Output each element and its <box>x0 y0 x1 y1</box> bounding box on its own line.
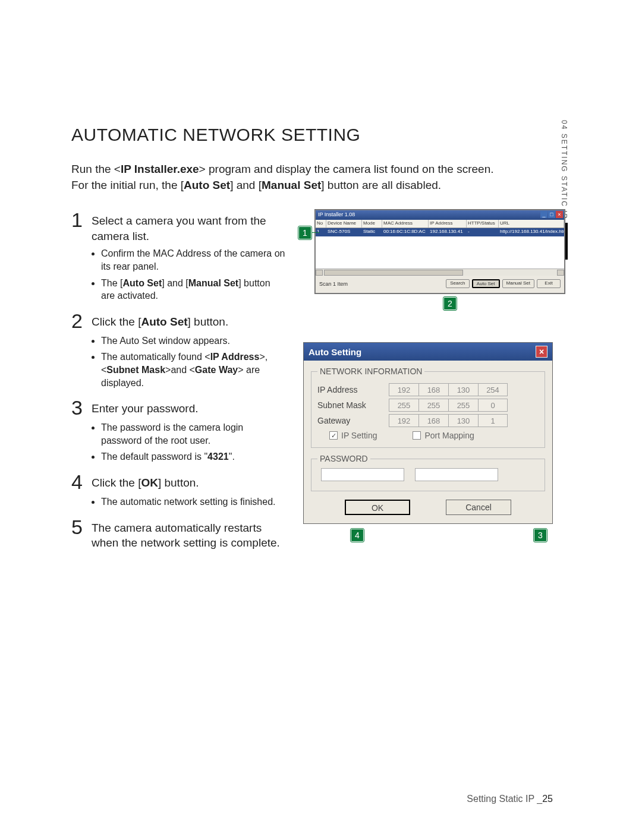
scroll-left-icon[interactable] <box>316 270 323 276</box>
network-info-group: NETWORK INFORMATION IP Address 192 168 1… <box>311 367 545 448</box>
step4-bullet1: The automatic network setting is finishe… <box>101 495 285 509</box>
ok-button[interactable]: OK <box>345 500 410 515</box>
password-group: PASSWORD <box>311 454 545 491</box>
steps-column: 1 Select a camera you want from the came… <box>71 210 285 554</box>
callout-1: 1 <box>298 226 311 239</box>
checkbox-unchecked-icon[interactable] <box>413 431 421 440</box>
scroll-right-icon[interactable] <box>557 270 564 276</box>
step-3: 3 Enter your password. <box>71 397 285 418</box>
port-mapping-checkbox[interactable]: Port Mapping <box>413 431 474 440</box>
screenshot-auto-setting: Auto Setting × NETWORK INFORMATION IP Ad… <box>303 342 553 524</box>
gateway-field[interactable]: 192 168 130 1 <box>389 414 539 427</box>
callout-4: 4 <box>351 529 364 542</box>
exit-button[interactable]: Exit <box>537 279 561 288</box>
step-5: 5 The camera automatically restarts when… <box>71 517 285 551</box>
ip-setting-checkbox[interactable]: ✓ IP Setting <box>329 431 377 440</box>
callout-2: 2 <box>443 297 457 310</box>
list-header: No Device Name Mode MAC Address IP Addre… <box>316 220 564 228</box>
step-2: 2 Click the [Auto Set] button. <box>71 311 285 331</box>
close-icon[interactable]: × <box>536 346 547 358</box>
step3-bullet2: The default password is "4321". <box>101 450 285 463</box>
maximize-icon[interactable]: □ <box>548 211 555 218</box>
intro-text: Run the <IP Installer.exe> program and d… <box>71 162 571 193</box>
chapter-num: 04 <box>560 120 568 130</box>
screenshot-ip-installer: 1 IP Installer 1.08 _ □ × No Device Name <box>303 210 571 310</box>
manual-set-button[interactable]: Manual Set <box>502 279 534 288</box>
horizontal-scrollbar[interactable] <box>316 269 564 276</box>
ip-address-field[interactable]: 192 168 130 254 <box>389 383 539 396</box>
camera-list-row[interactable]: 1 SNC-570S Static 00:16:6C:1C:8D:AC 192.… <box>316 228 564 236</box>
password-field-2[interactable] <box>415 468 498 481</box>
ip-address-label: IP Address <box>317 385 383 394</box>
installer-titlebar: IP Installer 1.08 _ □ × <box>316 210 564 220</box>
auto-set-button[interactable]: Auto Set <box>472 279 500 288</box>
step3-bullet1: The password is the camera login passwor… <box>101 421 285 447</box>
subnet-mask-label: Subnet Mask <box>317 400 383 410</box>
chapter-label: SETTING STATIC IP <box>560 134 568 220</box>
step-4: 4 Click the [OK] button. <box>71 472 285 492</box>
scan-count: Scan 1 Item <box>319 281 348 287</box>
step2-bullet2: The automatically found <IP Address>, <S… <box>101 350 285 389</box>
callout-3: 3 <box>534 529 547 542</box>
page-title: AUTOMATIC NETWORK SETTING <box>71 125 571 145</box>
search-button[interactable]: Search <box>446 279 470 288</box>
dialog-titlebar: Auto Setting × <box>304 343 552 361</box>
step2-bullet1: The Auto Set window appears. <box>101 334 285 348</box>
subnet-mask-field[interactable]: 255 255 255 0 <box>389 399 539 412</box>
step-1: 1 Select a camera you want from the came… <box>71 210 285 244</box>
page-footer: Setting Static IP _25 <box>467 794 553 804</box>
checkbox-checked-icon[interactable]: ✓ <box>329 431 338 440</box>
password-field-1[interactable] <box>321 468 404 481</box>
list-body <box>316 236 564 269</box>
step1-bullet1: Confirm the MAC Address of the camera on… <box>101 247 285 273</box>
gateway-label: Gateway <box>317 416 383 425</box>
step1-bullet2: The [Auto Set] and [Manual Set] button a… <box>101 277 285 302</box>
scroll-thumb[interactable] <box>324 270 463 276</box>
minimize-icon[interactable]: _ <box>540 211 547 218</box>
cancel-button[interactable]: Cancel <box>446 500 511 515</box>
close-icon[interactable]: × <box>556 211 563 218</box>
